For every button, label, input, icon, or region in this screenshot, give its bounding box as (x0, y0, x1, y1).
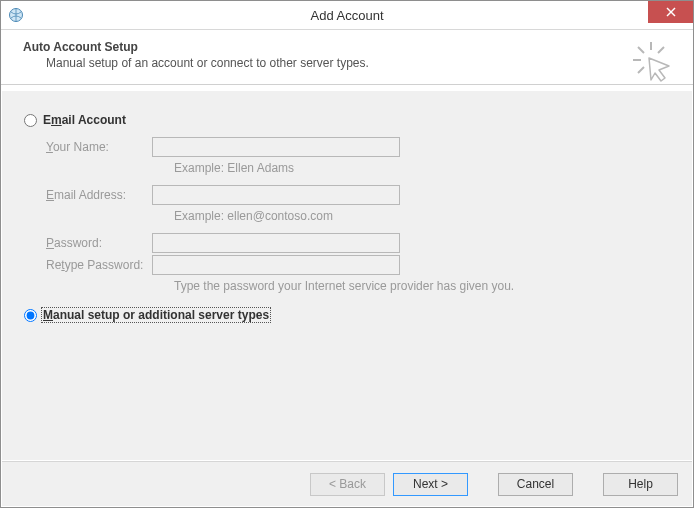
email-field[interactable] (152, 185, 400, 205)
window-title: Add Account (1, 8, 693, 23)
radio-email-account[interactable] (24, 114, 37, 127)
svg-line-7 (658, 47, 664, 53)
cursor-click-icon (631, 40, 675, 87)
header-subtitle: Manual setup of an account or connect to… (46, 56, 671, 70)
email-label: Email Address: (46, 188, 152, 202)
cancel-button[interactable]: Cancel (498, 473, 573, 496)
wizard-content: Email Account Your Name: Example: Ellen … (2, 91, 692, 460)
titlebar: Add Account (1, 1, 693, 30)
wizard-header: Auto Account Setup Manual setup of an ac… (1, 30, 693, 85)
help-button[interactable]: Help (603, 473, 678, 496)
svg-line-6 (638, 47, 644, 53)
your-name-label: Your Name: (46, 140, 152, 154)
option-email-account[interactable]: Email Account (24, 113, 670, 127)
password-hint: Type the password your Internet service … (174, 277, 514, 293)
option-manual-setup-label: Manual setup or additional server types (41, 307, 271, 323)
retype-password-label: Retype Password: (46, 258, 152, 272)
next-button[interactable]: Next > (393, 473, 468, 496)
your-name-hint: Example: Ellen Adams (174, 159, 294, 175)
close-button[interactable] (648, 1, 693, 23)
header-title: Auto Account Setup (23, 40, 671, 54)
email-account-form: Your Name: Example: Ellen Adams Email Ad… (46, 137, 670, 293)
email-hint: Example: ellen@contoso.com (174, 207, 333, 223)
close-icon (666, 7, 676, 17)
retype-password-field[interactable] (152, 255, 400, 275)
password-label: Password: (46, 236, 152, 250)
option-email-account-label: Email Account (43, 113, 126, 127)
add-account-window: Add Account Auto Account Setup Manual se… (0, 0, 694, 508)
back-button[interactable]: < Back (310, 473, 385, 496)
option-manual-setup[interactable]: Manual setup or additional server types (24, 307, 670, 323)
radio-manual-setup[interactable] (24, 309, 37, 322)
wizard-footer: < Back Next > Cancel Help (2, 461, 692, 506)
your-name-field[interactable] (152, 137, 400, 157)
password-field[interactable] (152, 233, 400, 253)
app-icon (8, 7, 24, 23)
svg-line-8 (638, 67, 644, 73)
